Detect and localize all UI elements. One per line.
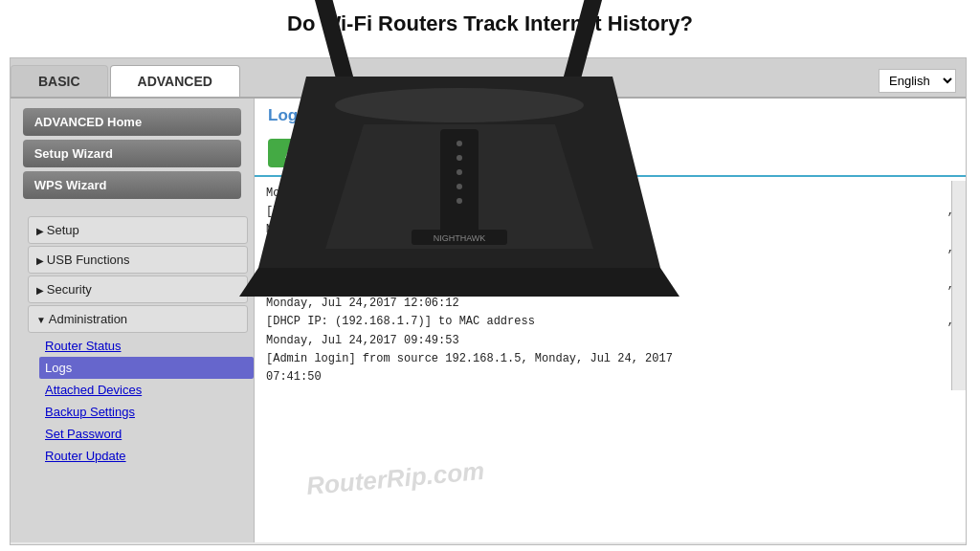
cancel-button[interactable]: X ancel	[362, 139, 447, 167]
log-comma: ,	[947, 203, 954, 221]
sidebar-section-administration[interactable]: Administration	[28, 305, 248, 333]
language-select[interactable]: English Spanish French German	[879, 69, 956, 93]
log-text: [DHCP IP: (192.168.1...)] to MAC address	[266, 203, 944, 221]
log-area: Monday, Jul 24,2017 [DHCP IP: (192.168.1…	[255, 181, 966, 390]
setup-wizard-button[interactable]: Setup Wizard	[23, 140, 242, 167]
sidebar-link-set-password[interactable]: Set Password	[39, 423, 254, 445]
wps-wizard-button[interactable]: WPS Wizard	[23, 171, 242, 199]
log-line: [DHCP IP: (192.168.1...)] to MAC address…	[266, 203, 954, 221]
log-line: Monday, Jul 24,2017	[266, 221, 954, 239]
log-line: [DHCP IP: (192.168.1.5)] to MAC address …	[266, 276, 954, 295]
content-section-title: Logs	[255, 99, 966, 133]
log-line: Monday, Jul 24,2017 12:06:12	[266, 295, 954, 313]
log-comma: ,	[947, 240, 954, 258]
log-text: Monday, Jul 24,2017 09:49:53	[266, 332, 954, 350]
apply-button[interactable]: Apply	[268, 139, 354, 167]
log-text: [DHCP IP: (192.168.1.7)] to MAC address	[266, 313, 944, 331]
log-line: [Admin login] from source 192.168.1.5, M…	[266, 350, 954, 368]
language-selector-area: English Spanish French German	[879, 69, 956, 97]
sidebar-section-usb-functions[interactable]: USB Functions	[28, 246, 248, 274]
admin-body: ADVANCED Home Setup Wizard WPS Wizard Se…	[11, 99, 966, 542]
log-text: Monday, Jul 24,2017	[266, 185, 954, 203]
log-line: Monday, Jul 24,2017	[266, 185, 954, 203]
sidebar-section-setup[interactable]: Setup	[28, 216, 248, 244]
sidebar-sections: Setup USB Functions Security Administrat…	[11, 209, 254, 469]
log-comma: ,	[947, 313, 954, 331]
administration-sub-items: Router Status Logs Attached Devices Back…	[22, 335, 254, 467]
tab-bar: BASIC ADVANCED English Spanish French Ge…	[11, 58, 966, 99]
sidebar-link-backup-settings[interactable]: Backup Settings	[39, 401, 254, 423]
sidebar-link-router-update[interactable]: Router Update	[39, 445, 254, 467]
sidebar-link-attached-devices[interactable]: Attached Devices	[39, 379, 254, 401]
tab-advanced[interactable]: ADVANCED	[110, 65, 240, 97]
sidebar: ADVANCED Home Setup Wizard WPS Wizard Se…	[11, 99, 255, 542]
content-divider	[255, 175, 966, 177]
log-line: Monday, Jul 24, 2017 14:04:59	[266, 258, 954, 276]
log-text: Monday, Jul 24, 2017 14:04:59	[266, 258, 954, 276]
log-line: [DHCP IP: (192.168.1.7)] to MAC address …	[266, 313, 954, 331]
log-text: [DHCP IP: (192.168.1.5)] to MAC address	[266, 240, 944, 258]
log-line: Monday, Jul 24,2017 09:49:53	[266, 332, 954, 350]
tab-basic[interactable]: BASIC	[11, 65, 108, 97]
cancel-label: ancel	[399, 145, 431, 161]
log-text: [DHCP IP: (192.168.1.5)] to MAC address	[266, 276, 944, 295]
admin-panel: BASIC ADVANCED English Spanish French Ge…	[10, 57, 967, 545]
log-text: [Admin login] from source 192.168.1.5, M…	[266, 350, 954, 368]
sidebar-link-logs[interactable]: Logs	[39, 357, 254, 379]
log-text: Monday, Jul 24,2017	[266, 221, 954, 239]
page-title: Do Wi-Fi Routers Track Internet History?	[0, 0, 980, 44]
sidebar-link-router-status[interactable]: Router Status	[39, 335, 254, 357]
advanced-home-button[interactable]: ADVANCED Home	[23, 108, 242, 136]
sidebar-section-security[interactable]: Security	[28, 276, 248, 303]
content-toolbar: Apply X ancel	[255, 133, 966, 175]
log-comma: ,	[947, 276, 954, 295]
main-content: Logs Apply X ancel Monday, Jul 24,2017 […	[255, 99, 966, 542]
log-text: 07:41:50	[266, 368, 954, 386]
log-text: Monday, Jul 24,2017 12:06:12	[266, 295, 954, 313]
log-line: [DHCP IP: (192.168.1.5)] to MAC address …	[266, 240, 954, 258]
cancel-x-icon: X	[377, 146, 395, 161]
log-line: 07:41:50	[266, 368, 954, 386]
